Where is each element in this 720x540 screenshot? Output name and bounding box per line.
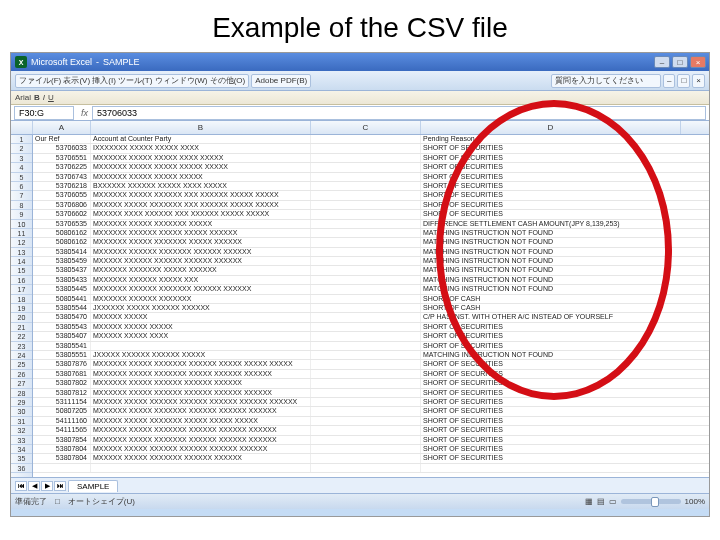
cell[interactable] — [311, 454, 421, 462]
view-normal-icon[interactable]: ▦ — [585, 497, 593, 506]
cell[interactable]: SHORT OF SECURITIES — [421, 407, 681, 415]
doc-min-button[interactable]: – — [663, 74, 675, 88]
cell[interactable] — [311, 257, 421, 265]
cell[interactable]: MXXXXXX XXXXX XXXXXXX XXXXX — [91, 220, 311, 228]
cell[interactable]: 53111154 — [33, 398, 91, 406]
cell[interactable] — [311, 370, 421, 378]
table-row[interactable]: 50807205MXXXXXX XXXXX XXXXXXX XXXXXX XXX… — [33, 407, 709, 416]
cell[interactable]: MXXXXXX XXXXX XXXXXX XXX XXXXXX XXXXX XX… — [91, 191, 311, 199]
table-row[interactable]: 53805414MXXXXXX XXXXXX XXXXXXX XXXXXX XX… — [33, 248, 709, 257]
cell[interactable]: MATCHING INSTRUCTION NOT FOUND — [421, 285, 681, 293]
cell[interactable]: 53807681 — [33, 370, 91, 378]
row-header[interactable]: 8 — [11, 201, 32, 210]
table-row[interactable]: 53805544JXXXXXX XXXXX XXXXXX XXXXXXSHORT… — [33, 304, 709, 313]
header-cell[interactable] — [311, 135, 421, 143]
header-cell[interactable]: Pending Reason — [421, 135, 681, 143]
table-row[interactable]: 50805441MXXXXXX XXXXXX XXXXXXXSHORT OF C… — [33, 295, 709, 304]
cell[interactable]: MXXXXX XXXXX XXXX — [91, 332, 311, 340]
cell[interactable] — [311, 220, 421, 228]
row-header[interactable]: 26 — [11, 370, 32, 379]
tab-nav-next-icon[interactable]: ▶ — [41, 481, 53, 491]
bold-icon[interactable]: B — [34, 93, 40, 102]
cell[interactable]: 53706055 — [33, 191, 91, 199]
cell[interactable]: MXXXXXX XXXXXX XXXXX XXX — [91, 276, 311, 284]
table-row[interactable]: 53805470MXXXXX XXXXXC/P HAS INST. WITH O… — [33, 313, 709, 322]
cell[interactable]: MXXXXXX XXXXX XXXXXX XXXXXX XXXXXX — [91, 379, 311, 387]
row-header[interactable]: 10 — [11, 220, 32, 229]
cell[interactable]: MATCHING INSTRUCTION NOT FOUND — [421, 248, 681, 256]
table-row[interactable]: 54111160MXXXXX XXXXX XXXXXXX XXXXX XXXXX… — [33, 417, 709, 426]
close-button[interactable]: × — [690, 56, 706, 68]
row-header[interactable]: 15 — [11, 266, 32, 275]
table-row[interactable]: 50806162MXXXXXX XXXXX XXXXXXX XXXXX XXXX… — [33, 238, 709, 247]
cell[interactable] — [311, 163, 421, 171]
col-header-B[interactable]: B — [91, 121, 311, 134]
cell[interactable]: MXXXXXX XXXXX XXXXX XXXX XXXXX — [91, 154, 311, 162]
zoom-slider[interactable] — [621, 499, 681, 504]
table-row[interactable]: 53807802MXXXXXX XXXXX XXXXXX XXXXXX XXXX… — [33, 379, 709, 388]
cell[interactable]: SHORT OF SECURITIES — [421, 154, 681, 162]
header-cell[interactable]: Account at Counter Party — [91, 135, 311, 143]
cell[interactable]: SHORT OF SECURITIES — [421, 389, 681, 397]
cell[interactable]: DIFFERENCE SETTLEMENT CASH AMOUNT(JPY 8,… — [421, 220, 681, 228]
cell[interactable]: MXXXXX XXXXX XXXXXXX XXXXXX XXXXXX — [91, 454, 311, 462]
help-search-input[interactable]: 質問を入力してください — [551, 74, 661, 88]
underline-icon[interactable]: U — [48, 93, 54, 102]
cell[interactable]: MXXXXXX XXXXXX XXXXXXX — [91, 295, 311, 303]
col-header-A[interactable]: A — [33, 121, 91, 134]
cell[interactable] — [311, 182, 421, 190]
cell[interactable]: SHORT OF SECURITIES — [421, 445, 681, 453]
font-name[interactable]: Arial — [15, 93, 31, 102]
row-header[interactable]: 14 — [11, 257, 32, 266]
cell[interactable] — [311, 154, 421, 162]
menu-items[interactable]: ファイル(F) 表示(V) 挿入(I) ツール(T) ウィンドウ(W) その他(… — [15, 74, 249, 88]
cell[interactable]: 53807854 — [33, 436, 91, 444]
cell[interactable] — [311, 173, 421, 181]
cell[interactable]: 53706806 — [33, 201, 91, 209]
cell[interactable]: MXXXXX XXXXX XXXXXXX XXXXX XXXXX XXXXX — [91, 417, 311, 425]
cell[interactable]: MXXXXXX XXXXX XXXXXXX XXXXXX XXXXXX XXXX… — [91, 426, 311, 434]
row-header[interactable]: 29 — [11, 398, 32, 407]
cell[interactable]: SHORT OF SECURITIES — [421, 210, 681, 218]
cell[interactable] — [311, 295, 421, 303]
cell[interactable]: 53706602 — [33, 210, 91, 218]
cell[interactable]: 53807876 — [33, 360, 91, 368]
table-row[interactable]: 53807804MXXXXX XXXXX XXXXXXX XXXXXX XXXX… — [33, 454, 709, 463]
cell[interactable]: SHORT OF SECURITIES — [421, 163, 681, 171]
cell[interactable]: JXXXXXX XXXXX XXXXXX XXXXXX — [91, 304, 311, 312]
cell[interactable]: 50806162 — [33, 229, 91, 237]
cell[interactable]: MXXXXXX XXXXX XXXXXX XXXXXX XXXXXX XXXXX… — [91, 389, 311, 397]
row-header[interactable]: 25 — [11, 360, 32, 369]
maximize-button[interactable]: □ — [672, 56, 688, 68]
table-row[interactable]: 53706218BXXXXXX XXXXXX XXXXX XXXX XXXXXS… — [33, 182, 709, 191]
cell[interactable]: MXXXXX XXXXX XXXXXX XXXXXX XXXXXX XXXXXX… — [91, 398, 311, 406]
cell[interactable] — [311, 426, 421, 434]
cell[interactable]: MXXXXX XXXXX XXXXXXX XXX XXXXXX XXXXX XX… — [91, 201, 311, 209]
cell[interactable]: 53805470 — [33, 313, 91, 321]
table-row[interactable]: 53706602MXXXXX XXXX XXXXXX XXX XXXXXX XX… — [33, 210, 709, 219]
cell[interactable]: MXXXXX XXXXX XXXXX — [91, 323, 311, 331]
cell[interactable]: 53807812 — [33, 389, 91, 397]
cell[interactable]: MXXXXXX XXXXX XXXXXXX XXXXXX XXXXX XXXXX… — [91, 360, 311, 368]
cell[interactable]: MXXXXXX XXXXX XXXXX XXXXX — [91, 173, 311, 181]
table-row[interactable]: 53807854MXXXXXX XXXXX XXXXXXX XXXXXX XXX… — [33, 436, 709, 445]
cell[interactable] — [311, 332, 421, 340]
cell[interactable]: SHORT OF SECURITIES — [421, 342, 681, 350]
cell[interactable]: MXXXXX XXXX XXXXXX XXX XXXXXX XXXXX XXXX… — [91, 210, 311, 218]
row-header[interactable]: 23 — [11, 342, 32, 351]
row-header[interactable]: 12 — [11, 238, 32, 247]
table-row[interactable]: 53706225MXXXXXX XXXXX XXXXX XXXXX XXXXXS… — [33, 163, 709, 172]
row-header[interactable]: 22 — [11, 332, 32, 341]
cell[interactable]: SHORT OF SECURITIES — [421, 417, 681, 425]
view-break-icon[interactable]: ▭ — [609, 497, 617, 506]
table-row[interactable]: 53805433MXXXXXX XXXXXX XXXXX XXXMATCHING… — [33, 276, 709, 285]
cells-grid[interactable]: Our RefAccount at Counter PartyPending R… — [33, 135, 709, 477]
cell[interactable]: SHORT OF SECURITIES — [421, 191, 681, 199]
doc-close-button[interactable]: × — [692, 74, 705, 88]
cell[interactable]: 50806162 — [33, 238, 91, 246]
cell[interactable] — [311, 304, 421, 312]
pdf-menu[interactable]: Adobe PDF(B) — [251, 74, 311, 88]
row-header[interactable]: 19 — [11, 304, 32, 313]
table-row[interactable]: 53805437MXXXXXX XXXXXXX XXXXX XXXXXXMATC… — [33, 266, 709, 275]
table-row[interactable]: 53805407MXXXXX XXXXX XXXXSHORT OF SECURI… — [33, 332, 709, 341]
